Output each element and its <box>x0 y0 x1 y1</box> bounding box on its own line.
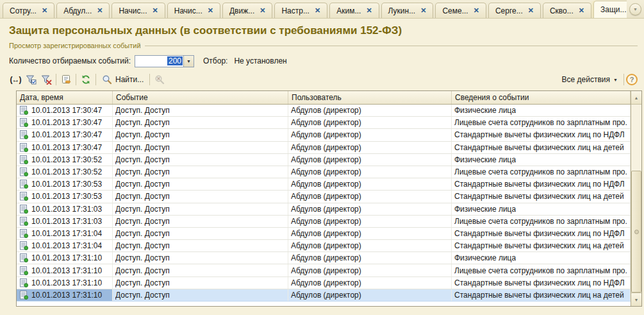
tab-2[interactable]: Абдул...✕ <box>56 3 110 18</box>
cell-datetime: 10.01.2013 17:31:10 <box>17 277 113 289</box>
scroll-down-button[interactable]: ▼ <box>631 293 641 306</box>
cell-datetime: 10.01.2013 17:31:04 <box>17 228 113 239</box>
tab-label: Лукин... <box>388 6 416 15</box>
cell-user: Абдулов (директор) <box>288 105 452 116</box>
column-header-user[interactable]: Пользователь <box>288 91 452 104</box>
tab-label: Начис... <box>174 6 202 15</box>
table-row[interactable]: 10.01.2013 17:31:03Доступ. ДоступАбдулов… <box>17 203 641 216</box>
tab-close-icon[interactable]: ✕ <box>420 7 426 14</box>
tab-close-icon[interactable]: ✕ <box>153 7 158 14</box>
table-row[interactable]: 10.01.2013 17:30:53Доступ. ДоступАбдулов… <box>17 191 641 203</box>
table-row[interactable]: 10.01.2013 17:30:53Доступ. ДоступАбдулов… <box>17 178 641 191</box>
event-record-open-icon <box>61 74 72 85</box>
tab-bar: Сотру...✕Абдул...✕Начис...✕Начис...✕Движ… <box>0 0 644 19</box>
table-row[interactable]: 10.01.2013 17:30:52Доступ. ДоступАбдулов… <box>17 154 641 166</box>
cell-event: Доступ. Доступ <box>113 178 288 190</box>
cell-datetime: 10.01.2013 17:30:53 <box>17 191 113 202</box>
events-count-label: Количество отбираемых событий: <box>9 56 131 65</box>
cell-details: Физические лица <box>452 154 631 166</box>
tab-4[interactable]: Начис...✕ <box>167 3 220 18</box>
tab-close-icon[interactable]: ✕ <box>315 7 320 14</box>
table-row[interactable]: 10.01.2013 17:30:47Доступ. ДоступАбдулов… <box>17 105 641 117</box>
cell-datetime: 10.01.2013 17:30:52 <box>17 154 113 166</box>
tab-close-icon[interactable]: ✕ <box>42 7 47 14</box>
cell-event: Доступ. Доступ <box>113 216 288 227</box>
events-count-dropdown-button[interactable]: ▼ <box>183 56 194 67</box>
event-record-icon <box>20 130 28 139</box>
cell-details: Стандартные вычеты физических лиц по НДФ… <box>452 277 631 289</box>
tab-close-icon[interactable]: ✕ <box>260 7 265 14</box>
tab-10[interactable]: Серге...✕ <box>488 3 541 18</box>
column-header-datetime[interactable]: Дата, время <box>17 91 113 104</box>
all-actions-button[interactable]: Все действия ▼ <box>558 72 622 87</box>
tab-close-icon[interactable]: ✕ <box>474 7 479 14</box>
cell-user: Абдулов (директор) <box>288 264 452 276</box>
event-record-icon <box>20 143 28 152</box>
tab-9[interactable]: Семе...✕ <box>435 3 486 18</box>
table-row[interactable]: 10.01.2013 17:31:10Доступ. ДоступАбдулов… <box>17 277 641 289</box>
table-row[interactable]: 10.01.2013 17:31:10Доступ. ДоступАбдулов… <box>17 252 641 264</box>
event-record-icon <box>20 278 28 287</box>
scroll-up-button[interactable]: ▲ <box>631 91 641 105</box>
event-record-icon <box>20 229 28 238</box>
toolbar-separator <box>95 74 96 85</box>
cell-event: Доступ. Доступ <box>113 252 288 264</box>
open-event-record-button[interactable] <box>58 72 74 87</box>
tab-close-icon[interactable]: ✕ <box>579 7 584 14</box>
event-record-icon <box>20 155 28 164</box>
column-header-event[interactable]: Событие <box>113 91 288 104</box>
tab-close-icon[interactable]: ✕ <box>208 7 213 14</box>
cell-user: Абдулов (директор) <box>288 191 452 202</box>
cell-user: Абдулов (директор) <box>288 117 452 128</box>
tab-label: Начис... <box>119 6 147 15</box>
group-label: Просмотр зарегистрированных событий <box>9 42 141 49</box>
table-row[interactable]: 10.01.2013 17:31:04Доступ. ДоступАбдулов… <box>17 240 641 252</box>
set-filter-button[interactable] <box>23 72 38 87</box>
table-row[interactable]: 10.01.2013 17:31:10Доступ. ДоступАбдулов… <box>17 289 641 302</box>
table-row[interactable]: 10.01.2013 17:31:04Доступ. ДоступАбдулов… <box>17 228 641 240</box>
events-count-input[interactable]: 200 ▼ <box>135 55 194 67</box>
column-header-details[interactable]: Сведения о событии <box>452 91 631 104</box>
set-interval-button[interactable]: (↔) <box>8 72 23 87</box>
tab-label: Скво... <box>550 6 574 15</box>
help-button[interactable]: ? <box>626 74 638 85</box>
tab-12[interactable]: Защи...✕ <box>593 1 627 18</box>
cell-details: Лицевые счета сотрудников по зарплатным … <box>452 216 631 227</box>
cell-event: Доступ. Доступ <box>113 228 288 239</box>
tab-3[interactable]: Начис...✕ <box>111 3 165 18</box>
scrollbar-thumb[interactable] <box>631 171 641 293</box>
triangle-down-icon: ▼ <box>634 298 639 302</box>
events-count-value[interactable]: 200 <box>135 56 183 67</box>
tab-7[interactable]: Аким...✕ <box>329 3 379 18</box>
table-row[interactable]: 10.01.2013 17:31:10Доступ. ДоступАбдулов… <box>17 264 641 277</box>
event-record-icon <box>20 241 28 250</box>
toolbar-separator <box>76 74 76 85</box>
tab-close-icon[interactable]: ✕ <box>97 7 103 14</box>
cell-user: Абдулов (директор) <box>288 178 452 190</box>
tab-11[interactable]: Скво...✕ <box>543 3 591 18</box>
refresh-button[interactable] <box>78 72 94 87</box>
tab-close-icon[interactable]: ✕ <box>528 7 534 14</box>
clear-filter-button[interactable] <box>38 72 54 87</box>
cell-event: Доступ. Доступ <box>113 142 288 153</box>
table-row[interactable]: 10.01.2013 17:30:47Доступ. ДоступАбдулов… <box>17 129 641 141</box>
cancel-search-button[interactable] <box>152 72 167 87</box>
tab-6[interactable]: Настр...✕ <box>274 3 327 18</box>
tab-label: Сотру... <box>10 6 37 15</box>
cell-user: Абдулов (директор) <box>288 154 452 166</box>
table-row[interactable]: 10.01.2013 17:30:47Доступ. ДоступАбдулов… <box>17 142 641 154</box>
tab-overflow-button[interactable]: ▼ <box>629 3 641 15</box>
tab-5[interactable]: Движ...✕ <box>222 3 272 18</box>
cell-details: Стандартные вычеты физических лиц на дет… <box>452 191 631 202</box>
table-row[interactable]: 10.01.2013 17:31:03Доступ. ДоступАбдулов… <box>17 216 641 228</box>
cell-user: Абдулов (директор) <box>288 240 452 251</box>
cell-datetime: 10.01.2013 17:31:10 <box>17 289 113 301</box>
tab-8[interactable]: Лукин...✕ <box>381 3 434 18</box>
table-row[interactable]: 10.01.2013 17:30:52Доступ. ДоступАбдулов… <box>17 166 641 178</box>
event-record-icon <box>20 266 28 275</box>
table-row[interactable]: 10.01.2013 17:30:47Доступ. ДоступАбдулов… <box>17 117 641 129</box>
find-button[interactable]: Найти... <box>98 72 147 87</box>
tab-close-icon[interactable]: ✕ <box>366 7 372 14</box>
tab-1[interactable]: Сотру...✕ <box>3 3 54 18</box>
vertical-scrollbar[interactable]: ▲ ▼ <box>631 91 641 306</box>
